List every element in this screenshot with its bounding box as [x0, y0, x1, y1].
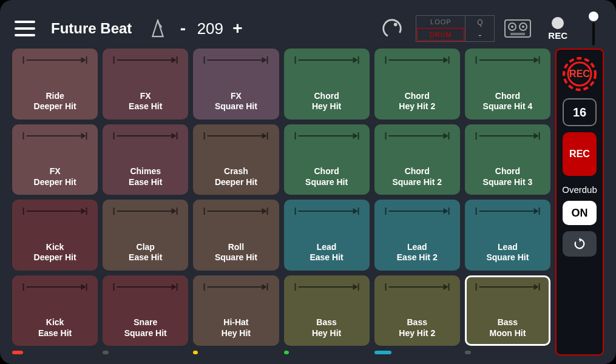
pad[interactable]: BassHey Hit — [284, 275, 370, 346]
pad[interactable]: LeadEase Hit — [284, 200, 370, 271]
one-shot-icon — [201, 283, 270, 291]
pad-label-line2: Hey Hit 2 — [399, 101, 435, 112]
pad[interactable]: ClapEase Hit — [103, 200, 188, 271]
pad-label-line1: Chord — [495, 91, 520, 102]
pad-grid: RideDeeper HitFXEase HitFXSquare HitChor… — [12, 49, 550, 346]
pad-label-line2: Ease Hit — [129, 252, 162, 263]
project-title[interactable]: Future Beat — [51, 20, 132, 37]
indicator-cell — [12, 351, 98, 354]
tape-icon[interactable] — [504, 19, 531, 38]
indicator-segment — [374, 351, 391, 354]
header: Future Beat - 209 + LOOP DRUM Q - — [12, 12, 604, 49]
pad[interactable]: KickEase Hit — [12, 275, 98, 346]
pad-label-line1: Clap — [137, 242, 155, 253]
one-shot-icon — [293, 207, 361, 215]
one-shot-icon — [21, 56, 89, 64]
pad-label-line2: Hey Hit — [222, 328, 251, 339]
pad[interactable]: RideDeeper Hit — [12, 49, 98, 120]
pad-label-line1: Bass — [498, 317, 518, 328]
one-shot-icon — [293, 132, 361, 140]
pad[interactable]: ChordSquare Hit 2 — [374, 124, 460, 195]
pad[interactable]: LeadSquare Hit — [465, 200, 550, 271]
one-shot-icon — [111, 56, 180, 64]
pad-label-line1: Bass — [407, 317, 427, 328]
rec-indicator-label: REC — [548, 30, 567, 41]
pad[interactable]: FXEase Hit — [103, 49, 188, 120]
pad[interactable]: ChimesEase Hit — [103, 124, 188, 195]
pad-label-line1: Kick — [46, 317, 64, 328]
content: RideDeeper HitFXEase HitFXSquare HitChor… — [12, 49, 604, 356]
quantize-label[interactable]: Q — [465, 16, 494, 29]
pad[interactable]: Hi-HatHey Hit — [193, 275, 279, 346]
one-shot-icon — [21, 132, 89, 140]
pad-label-line1: Chord — [314, 166, 339, 177]
pad[interactable]: ChordHey Hit 2 — [374, 49, 460, 120]
pad[interactable]: BassHey Hit 2 — [374, 275, 460, 346]
pad-label-line2: Hey Hit — [312, 328, 341, 339]
rec-dot-icon — [552, 17, 564, 29]
indicator-segment — [284, 351, 289, 354]
knob-icon[interactable] — [381, 17, 404, 40]
pad-label-line2: Square Hit 3 — [483, 177, 533, 188]
pad-label-line1: Snare — [134, 317, 157, 328]
svg-point-7 — [522, 25, 524, 28]
metronome-icon[interactable] — [150, 19, 166, 38]
pad[interactable]: CrashDeeper Hit — [193, 124, 279, 195]
quantize-value[interactable]: - — [465, 29, 494, 41]
pad-label-line1: FX — [231, 91, 242, 102]
menu-icon[interactable] — [15, 21, 35, 36]
pad[interactable]: ChordHey Hit — [284, 49, 370, 120]
rec-button[interactable]: REC — [563, 132, 597, 176]
pad-label-line2: Ease Hit — [38, 328, 72, 339]
pad-label-line2: Hey Hit 2 — [399, 328, 435, 339]
overdub-label: Overdub — [562, 184, 597, 195]
indicator-segment — [12, 351, 23, 354]
grid-wrap: RideDeeper HitFXEase HitFXSquare HitChor… — [12, 49, 550, 356]
one-shot-icon — [21, 207, 89, 215]
one-shot-icon — [383, 132, 452, 140]
rec-ring-button[interactable]: REC — [561, 56, 598, 92]
pad-label-line2: Deeper Hit — [34, 252, 76, 263]
pad-label-line2: Square Hit — [124, 328, 167, 339]
one-shot-icon — [201, 207, 270, 215]
overdub-on-button[interactable]: ON — [563, 201, 597, 225]
pad-label-line1: Chord — [405, 166, 430, 177]
svg-point-2 — [394, 23, 398, 27]
volume-thumb[interactable] — [589, 12, 598, 21]
pad-label-line1: Chord — [314, 91, 339, 102]
pad[interactable]: LeadEase Hit 2 — [374, 200, 460, 271]
tempo-plus-button[interactable]: + — [230, 19, 245, 38]
pad-label-line2: Deeper Hit — [34, 101, 76, 112]
svg-point-82 — [568, 62, 591, 86]
pad[interactable]: SnareSquare Hit — [103, 275, 188, 346]
pad[interactable]: KickDeeper Hit — [12, 200, 98, 271]
one-shot-icon — [293, 56, 361, 64]
pad[interactable]: FXDeeper Hit — [12, 124, 98, 195]
tempo-value[interactable]: 209 — [196, 19, 224, 38]
loop-label-top[interactable]: LOOP — [416, 16, 465, 27]
pad[interactable]: FXSquare Hit — [193, 49, 279, 120]
count-box[interactable]: 16 — [563, 98, 597, 126]
refresh-button[interactable] — [563, 231, 597, 257]
volume-slider[interactable] — [588, 12, 599, 46]
rec-indicator[interactable]: REC — [548, 17, 567, 41]
one-shot-icon — [21, 283, 89, 291]
one-shot-icon — [111, 283, 180, 291]
svg-rect-8 — [510, 33, 525, 35]
indicator-cell — [284, 351, 370, 354]
loop-label-bottom[interactable]: DRUM — [417, 28, 464, 41]
pad[interactable]: ChordSquare Hit 3 — [465, 124, 550, 195]
pad[interactable]: ChordSquare Hit 4 — [465, 49, 550, 120]
pad-label-line1: Crash — [224, 166, 248, 177]
tempo-minus-button[interactable]: - — [175, 19, 190, 38]
one-shot-icon — [111, 132, 180, 140]
pad[interactable]: BassMoon Hit — [465, 275, 550, 346]
pad-label-line2: Deeper Hit — [215, 177, 257, 188]
pad-label-line1: FX — [50, 166, 61, 177]
indicator-row — [12, 349, 550, 356]
pad[interactable]: ChordSquare Hit — [284, 124, 370, 195]
pad[interactable]: RollSquare Hit — [193, 200, 279, 271]
pad-label-line2: Square Hit — [305, 177, 348, 188]
pad-label-line1: Kick — [46, 242, 64, 253]
loop-mode-box[interactable]: LOOP DRUM Q - — [416, 15, 495, 42]
